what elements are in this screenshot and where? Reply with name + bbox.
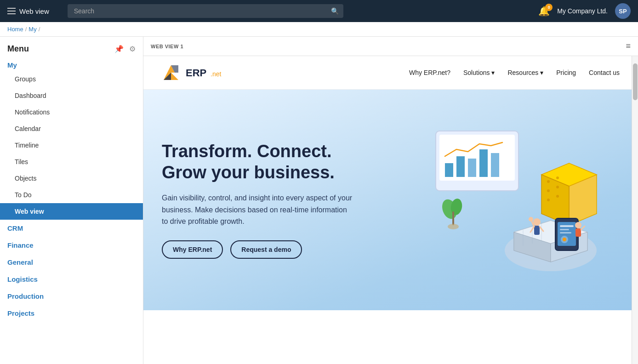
breadcrumb-sep-2: / [39,26,40,33]
scrollbar-track[interactable] [632,56,638,364]
breadcrumb-my[interactable]: My [28,26,36,33]
settings-icon[interactable]: ⚙ [129,45,136,53]
sidebar-item-webview[interactable]: Web view [0,203,143,220]
svg-rect-45 [560,225,574,227]
nav-resources[interactable]: Resources ▾ [507,69,543,76]
sidebar-item-objects[interactable]: Objects [0,170,143,187]
svg-text:ERP: ERP [186,67,206,79]
erp-hero-buttons: Why ERP.net Request a demo [162,240,355,259]
svg-point-32 [556,176,559,179]
svg-rect-8 [445,163,453,177]
svg-point-50 [575,222,581,228]
search-container: 🔍 [68,4,343,18]
svg-point-16 [448,224,459,229]
notification-badge: 0 [545,4,553,11]
webview-content[interactable]: ERP .net Why ERP.net? Solutions ▾ Resour… [143,56,638,364]
why-erp-button[interactable]: Why ERP.net [162,240,223,259]
sidebar: Menu 📌 ⚙ My Groups Dashboard Notificatio… [0,37,143,364]
webview-container: ERP .net Why ERP.net? Solutions ▾ Resour… [143,56,638,364]
erp-site: ERP .net Why ERP.net? Solutions ▾ Resour… [143,56,638,310]
sidebar-item-dashboard[interactable]: Dashboard [0,87,143,104]
sidebar-item-timeline[interactable]: Timeline [0,137,143,154]
erp-hero-visual [399,103,620,296]
breadcrumb-sep-1: / [25,26,27,33]
svg-rect-51 [575,228,581,237]
erp-logo-text: ERP .net [186,66,222,79]
breadcrumb: Home / My / [0,22,638,37]
sidebar-header-icons: 📌 ⚙ [114,45,136,53]
pin-icon[interactable]: 📌 [114,45,124,53]
search-icon: 🔍 [331,7,339,15]
notifications-button[interactable]: 🔔 0 [538,6,550,17]
sidebar-section-crm[interactable]: CRM [0,220,143,237]
sidebar-item-todo[interactable]: To Do [0,187,143,203]
svg-point-35 [547,199,550,201]
svg-point-33 [547,189,550,192]
breadcrumb-home[interactable]: Home [7,26,23,33]
erp-nav: ERP .net Why ERP.net? Solutions ▾ Resour… [143,56,638,90]
sidebar-section-projects[interactable]: Projects [0,305,143,322]
sidebar-header: Menu 📌 ⚙ [0,37,143,57]
sidebar-title: Menu [7,44,29,54]
svg-rect-46 [560,229,569,230]
nav-contact[interactable]: Contact us [589,69,620,76]
sidebar-section-logistics[interactable]: Logistics [0,271,143,288]
erp-hero-desc: Gain visibility, control, and insight in… [162,192,355,228]
svg-point-36 [556,195,559,198]
svg-point-49 [563,238,566,241]
erp-logo[interactable]: ERP .net [162,63,222,82]
scrollbar-thumb[interactable] [633,63,638,100]
sidebar-section-general[interactable]: General [0,254,143,271]
nav-solutions[interactable]: Solutions ▾ [463,69,495,76]
hamburger-icon [7,8,16,14]
svg-point-37 [533,218,541,226]
svg-rect-15 [452,211,454,225]
svg-rect-12 [491,153,499,177]
erp-nav-links: Why ERP.net? Solutions ▾ Resources ▾ Pri… [409,69,620,76]
svg-rect-10 [468,159,476,177]
content-area: WEB VIEW 1 ≡ [143,37,638,364]
request-demo-button[interactable]: Request a demo [230,240,302,259]
svg-point-31 [547,180,550,183]
svg-rect-47 [560,232,571,233]
search-input[interactable] [68,4,343,18]
svg-rect-9 [456,156,465,177]
svg-point-42 [529,217,533,222]
sidebar-section-finance[interactable]: Finance [0,237,143,254]
svg-point-34 [556,186,559,188]
erp-logo-icon [162,63,184,82]
erp-hero-text: Transform. Connect.Grow your business. G… [162,141,355,259]
topbar-right: 🔔 0 My Company Ltd. SP [538,3,631,19]
sidebar-item-notifications[interactable]: Notifications [0,104,143,120]
nav-why-erp[interactable]: Why ERP.net? [409,69,450,76]
erp-isometric-illustration [399,103,620,296]
sidebar-item-groups[interactable]: Groups [0,71,143,87]
webview-title: WEB VIEW 1 [151,44,183,49]
app-title: Web view [19,7,49,15]
main-area: Menu 📌 ⚙ My Groups Dashboard Notificatio… [0,37,638,364]
content-header: WEB VIEW 1 ≡ [143,37,638,56]
company-name: My Company Ltd. [557,7,608,15]
svg-line-52 [581,226,585,230]
svg-rect-38 [534,226,540,235]
sidebar-item-calendar[interactable]: Calendar [0,120,143,137]
erp-hero-title: Transform. Connect.Grow your business. [162,141,355,183]
svg-text:.net: .net [211,70,221,78]
sidebar-item-tiles[interactable]: Tiles [0,154,143,170]
nav-pricing[interactable]: Pricing [556,69,576,76]
svg-rect-11 [479,149,488,177]
sidebar-section-production[interactable]: Production [0,288,143,305]
sidebar-section-my[interactable]: My [0,57,143,71]
topbar: Web view 🔍 🔔 0 My Company Ltd. SP [0,0,638,22]
user-avatar[interactable]: SP [615,3,631,19]
content-menu-icon[interactable]: ≡ [626,41,631,51]
menu-toggle[interactable]: Web view [7,7,49,15]
erp-hero: Transform. Connect.Grow your business. G… [143,90,638,310]
